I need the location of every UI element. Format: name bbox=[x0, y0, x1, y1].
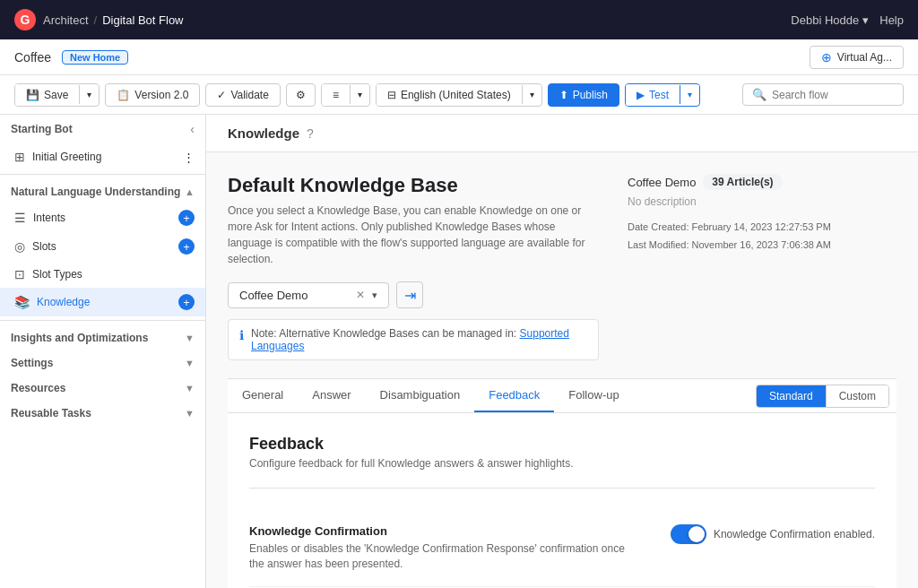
sidebar-collapse-button[interactable]: ‹ bbox=[190, 122, 195, 136]
link-button[interactable]: ⚙ bbox=[286, 83, 316, 107]
date-created-label: Date Created: bbox=[628, 221, 688, 232]
kb-date-info: Date Created: February 14, 2023 12:27:53… bbox=[628, 219, 896, 255]
caret-down-icon-2: ▾ bbox=[358, 90, 362, 99]
save-button[interactable]: 💾 Save bbox=[15, 84, 79, 106]
kb-select-value: Coffee Demo bbox=[239, 289, 307, 302]
search-input[interactable] bbox=[772, 89, 894, 101]
virtual-agent-button[interactable]: ⊕ Virtual Ag... bbox=[810, 46, 904, 69]
search-box[interactable]: 🔍 bbox=[742, 83, 904, 106]
kb-clear-button[interactable]: ✕ bbox=[356, 289, 365, 301]
insights-section-header[interactable]: Insights and Optimizations ▼ bbox=[0, 324, 205, 350]
toolbar: 💾 Save ▾ 📋 Version 2.0 ✓ Validate ⚙ ≡ ▾ … bbox=[0, 75, 918, 115]
sidebar-item-slots[interactable]: ◎ Slots + bbox=[0, 232, 205, 261]
tab-general[interactable]: General bbox=[228, 379, 298, 412]
main-layout: Starting Bot ‹ ⊞ Initial Greeting ⋮ Natu… bbox=[0, 115, 918, 588]
intents-icon: ☰ bbox=[14, 211, 26, 225]
save-dropdown-button[interactable]: ▾ bbox=[79, 85, 99, 104]
version-button[interactable]: 📋 Version 2.0 bbox=[105, 83, 200, 107]
add-slot-button[interactable]: + bbox=[178, 238, 195, 255]
nlu-section-header[interactable]: Natural Language Understanding ▲ bbox=[0, 178, 205, 203]
sidebar-item-slot-types[interactable]: ⊡ Slot Types bbox=[0, 261, 205, 288]
sidebar-item-knowledge[interactable]: 📚 Knowledge + bbox=[0, 288, 205, 316]
note-text: Note: Alternative Knowledge Bases can be… bbox=[251, 327, 587, 352]
breadcrumb-architect[interactable]: Architect bbox=[43, 13, 89, 27]
checkmark-icon: ✓ bbox=[217, 89, 226, 101]
kc-title: Knowledge Confirmation bbox=[249, 524, 626, 538]
sidebar-item-initial-greeting[interactable]: ⊞ Initial Greeting ⋮ bbox=[0, 143, 205, 170]
test-button[interactable]: ▶ Test bbox=[626, 84, 680, 106]
chevron-down-icon: ▾ bbox=[862, 13, 869, 27]
list-dropdown-button[interactable]: ▾ bbox=[350, 85, 369, 104]
sub-nav: Coffee New Home ⊕ Virtual Ag... bbox=[0, 39, 918, 75]
slot-types-icon: ⊡ bbox=[14, 267, 25, 281]
content-body: Default Knowledge Base Once you select a… bbox=[206, 152, 918, 588]
caret-down-icon: ▾ bbox=[87, 90, 91, 99]
sidebar-divider-1 bbox=[0, 174, 205, 175]
last-modified-row: Last Modified: November 16, 2023 7:06:38… bbox=[628, 237, 896, 255]
feedback-desc: Configure feedback for full Knowledge an… bbox=[249, 457, 875, 489]
save-icon: 💾 bbox=[26, 89, 39, 101]
kc-right: Knowledge Confirmation enabled. bbox=[671, 524, 875, 544]
caret-down-icon-4: ▾ bbox=[688, 90, 692, 99]
list-icon: ≡ bbox=[333, 89, 339, 101]
starting-bot-label: Starting Bot bbox=[11, 123, 73, 135]
sidebar-item-intents[interactable]: ☰ Intents + bbox=[0, 203, 205, 232]
add-intent-button[interactable]: + bbox=[178, 210, 195, 226]
date-created-row: Date Created: February 14, 2023 12:27:53… bbox=[628, 219, 896, 237]
date-created-value: February 14, 2023 12:27:53 PM bbox=[692, 221, 831, 232]
knowledge-top-row: Default Knowledge Base Once you select a… bbox=[228, 174, 896, 360]
more-options-icon[interactable]: ⋮ bbox=[183, 151, 195, 164]
logo-icon: G bbox=[21, 13, 30, 27]
app-logo: G bbox=[14, 9, 36, 30]
chevron-down-icon-reusable: ▼ bbox=[185, 408, 195, 419]
feedback-section: Feedback Configure feedback for full Kno… bbox=[228, 413, 896, 588]
tab-actions: Standard Custom bbox=[756, 385, 889, 408]
content-header: Knowledge ? bbox=[206, 115, 918, 152]
new-home-badge[interactable]: New Home bbox=[62, 50, 128, 65]
content-area: Knowledge ? Default Knowledge Base Once … bbox=[206, 115, 918, 588]
add-knowledge-button[interactable]: + bbox=[178, 294, 195, 310]
help-icon[interactable]: ? bbox=[307, 126, 314, 141]
knowledge-page-title: Default Knowledge Base bbox=[228, 174, 599, 197]
kb-link-button[interactable]: ⇥ bbox=[396, 281, 423, 308]
sidebar: Starting Bot ‹ ⊞ Initial Greeting ⋮ Natu… bbox=[0, 115, 206, 588]
kb-select-row: Coffee Demo ✕ ▾ ⇥ bbox=[228, 281, 599, 308]
custom-tab-button[interactable]: Custom bbox=[826, 385, 888, 407]
user-menu[interactable]: Debbi Hodde ▾ bbox=[791, 13, 869, 27]
kb-no-description: No description bbox=[628, 195, 896, 208]
tab-followup[interactable]: Follow-up bbox=[554, 379, 633, 412]
sidebar-divider-2 bbox=[0, 320, 205, 321]
reusable-tasks-section-header[interactable]: Reusable Tasks ▼ bbox=[0, 400, 205, 425]
language-button[interactable]: ⊟ English (United States) bbox=[377, 84, 522, 106]
list-button[interactable]: ≡ bbox=[322, 84, 350, 106]
articles-badge: 39 Article(s) bbox=[703, 174, 782, 190]
test-dropdown-button[interactable]: ▾ bbox=[680, 85, 699, 104]
help-link[interactable]: Help bbox=[879, 13, 904, 27]
knowledge-confirmation-toggle[interactable] bbox=[671, 524, 706, 544]
search-icon: 🔍 bbox=[752, 88, 766, 101]
resources-section-header[interactable]: Resources ▼ bbox=[0, 375, 205, 400]
note-box: ℹ Note: Alternative Knowledge Bases can … bbox=[228, 319, 599, 360]
chevron-up-icon: ▲ bbox=[185, 186, 195, 197]
top-nav-right: Debbi Hodde ▾ Help bbox=[791, 13, 904, 27]
settings-section-header[interactable]: Settings ▼ bbox=[0, 350, 205, 375]
breadcrumb-flow[interactable]: Digital Bot Flow bbox=[102, 13, 183, 27]
publish-icon: ⬆ bbox=[559, 89, 568, 101]
language-dropdown-button[interactable]: ▾ bbox=[522, 85, 541, 104]
kb-name-badge: Coffee Demo 39 Article(s) bbox=[628, 174, 783, 190]
standard-tab-button[interactable]: Standard bbox=[757, 385, 826, 407]
kb-select[interactable]: Coffee Demo ✕ ▾ bbox=[228, 282, 389, 308]
link-icon: ⚙ bbox=[296, 89, 306, 101]
page-title: Knowledge bbox=[228, 125, 299, 141]
grid-icon: ⊞ bbox=[14, 150, 25, 164]
tab-answer[interactable]: Answer bbox=[298, 379, 365, 412]
starting-bot-section: Starting Bot ‹ bbox=[0, 115, 205, 143]
tab-feedback[interactable]: Feedback bbox=[474, 379, 554, 412]
kb-dropdown-arrow: ▾ bbox=[372, 290, 377, 301]
knowledge-right-col: Coffee Demo 39 Article(s) No description… bbox=[628, 174, 896, 255]
publish-button[interactable]: ⬆ Publish bbox=[548, 83, 619, 107]
last-modified-value: November 16, 2023 7:06:38 AM bbox=[692, 239, 831, 250]
knowledge-left-col: Default Knowledge Base Once you select a… bbox=[228, 174, 599, 360]
validate-button[interactable]: ✓ Validate bbox=[205, 83, 280, 107]
tab-disambiguation[interactable]: Disambiguation bbox=[366, 379, 475, 412]
